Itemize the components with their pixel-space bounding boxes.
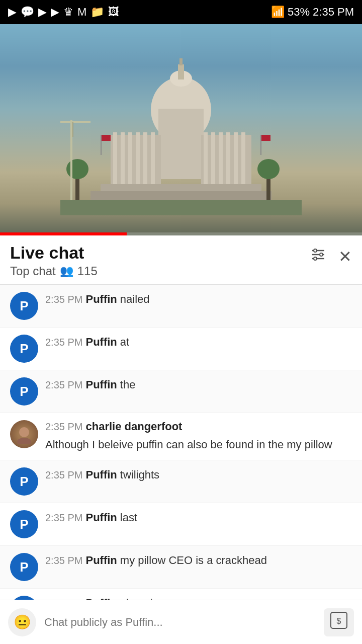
chat-message: P 2:35 PM Puffin the [0,370,362,413]
svg-point-25 [257,159,280,179]
chat-input-bar: 😐 $ [0,600,362,644]
message-user: Puffin [85,554,117,567]
status-right-info: 📶 53% 2:35 PM [271,6,354,19]
youtube2-icon: ▶ [51,6,59,19]
image-icon: 🖼 [108,6,119,19]
svg-rect-10 [143,132,147,188]
avatar: P [10,377,38,406]
message-user: Puffin [85,293,117,306]
message-text: Although I beleive puffin can also be fo… [45,437,352,453]
message-time: 2:35 PM [45,469,82,481]
svg-text:$: $ [337,617,341,625]
video-progress-bar[interactable] [0,232,362,235]
top-chat-label[interactable]: Top chat [10,264,56,278]
status-left-icons: ▶ 💬 ▶ ▶ ♛ M 📁 🖼 [8,6,119,19]
chat-header: Live chat Top chat 👥 115 ✕ [0,235,362,285]
svg-rect-32 [72,122,73,137]
svg-point-39 [19,427,29,437]
avatar: P [10,510,38,538]
svg-point-37 [320,253,323,256]
chat-message: P 2:35 PM Puffin nailed [0,285,362,328]
battery-text: 53% [288,6,310,19]
people-icon: 👥 [60,265,73,278]
chat-message: 2:35 PM charlie dangerfoot Although I be… [0,413,362,460]
svg-rect-17 [234,132,238,188]
message-text: twilights [120,467,159,483]
filter-icon[interactable] [310,247,326,266]
message-content: 2:35 PM charlie dangerfoot Although I be… [45,420,352,453]
message-time: 2:35 PM [45,555,82,567]
message-icon: 💬 [21,6,34,19]
chat-message: P 2:35 PM Puffin my pillow CEO is a crac… [0,546,362,589]
message-content: 2:35 PM Puffin last [45,510,352,526]
chat-message: P 2:35 PM Puffin twilights [0,460,362,503]
message-content: 2:35 PM Puffin twilights [45,467,352,483]
svg-rect-14 [211,132,215,188]
svg-rect-8 [128,132,132,188]
svg-point-40 [17,438,31,444]
chat-message: P 2:35 PM Puffin last [0,503,362,546]
svg-rect-30 [70,120,72,200]
send-button[interactable]: $ [324,608,354,636]
message-time: 2:35 PM [45,512,82,524]
svg-rect-29 [261,135,270,141]
time-display: 2:35 PM [313,6,354,19]
svg-rect-28 [260,135,261,155]
youtube-icon: ▶ [38,6,47,19]
svg-point-23 [66,159,88,179]
chat-subtitle: Top chat 👥 115 [10,264,98,278]
message-content: 2:35 PM Puffin nailed [45,292,352,307]
avatar [10,420,38,448]
avatar: P [10,335,38,363]
message-text: the [120,377,136,393]
svg-rect-11 [151,132,155,188]
svg-point-36 [314,249,317,252]
svg-rect-16 [226,132,230,188]
svg-rect-26 [101,135,102,155]
avatar: P [10,292,38,320]
viewer-count: 115 [77,264,98,278]
svg-rect-20 [90,191,272,201]
message-text: nailed [120,292,150,307]
close-button[interactable]: ✕ [338,247,352,266]
video-progress-fill [0,232,127,235]
message-content: 2:35 PM Puffin at [45,335,352,350]
chat-messages-list: P 2:35 PM Puffin nailed P 2:35 PM Puffin… [0,285,362,631]
svg-rect-9 [136,132,140,188]
wifi-icon: 📶 [271,6,285,19]
svg-rect-15 [219,132,223,188]
svg-rect-4 [179,58,183,65]
avatar: P [10,467,38,496]
message-user: Puffin [85,336,117,349]
message-text: my pillow CEO is a crackhead [120,553,267,569]
svg-rect-6 [113,132,117,188]
message-time: 2:35 PM [45,379,82,391]
svg-rect-13 [204,132,208,188]
emoji-button[interactable]: 😐 [8,608,36,636]
svg-rect-1 [158,109,204,179]
message-time: 2:35 PM [45,337,82,348]
emoji-icon: 😐 [14,614,31,630]
message-content: 2:35 PM Puffin the [45,377,352,393]
svg-rect-7 [121,132,125,188]
svg-rect-31 [60,121,90,123]
message-user: charlie dangerfoot [85,420,182,433]
m-icon: M [77,6,86,19]
message-text: last [120,510,137,526]
chat-message: P 2:35 PM Puffin at [0,328,362,370]
chat-header-left: Live chat Top chat 👥 115 [10,244,98,278]
play-icon: ▶ [8,6,17,19]
avatar: P [10,553,38,581]
message-user: Puffin [85,511,117,524]
message-user: Puffin [85,378,117,391]
capitol-building [60,44,302,215]
chat-input[interactable] [44,608,316,636]
video-player[interactable] [0,24,362,235]
svg-rect-21 [60,200,302,215]
send-icon: $ [330,611,348,633]
status-bar: ▶ 💬 ▶ ▶ ♛ M 📁 🖼 📶 53% 2:35 PM [0,0,362,24]
message-user: Puffin [85,468,117,481]
svg-rect-3 [178,64,184,79]
chat-header-right: ✕ [310,244,352,266]
crown-icon: ♛ [63,6,73,19]
